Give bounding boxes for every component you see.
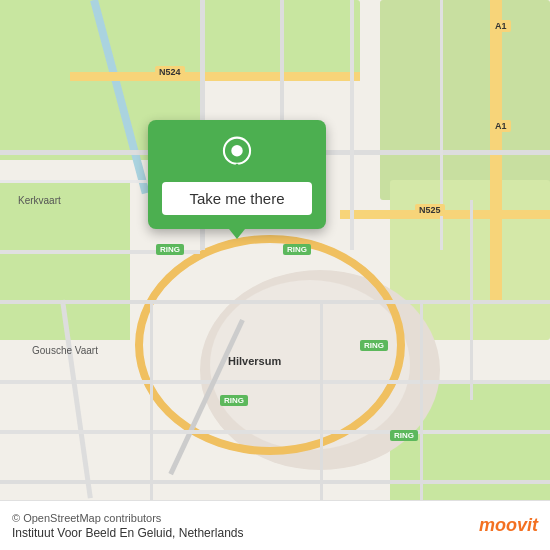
svg-point-1 [231, 145, 242, 156]
road-label-a1-mid: A1 [491, 120, 511, 132]
ring-label-5: RING [220, 395, 248, 406]
map-container: N524 N525 A1 A1 RING RING RING RING RING… [0, 0, 550, 550]
moovit-logo-text: moovit [479, 515, 538, 536]
take-me-there-button[interactable]: Take me there [162, 182, 312, 215]
map-label-kerkvaart: Kerkvaart [18, 195, 61, 206]
ring-label-4: RING [390, 430, 418, 441]
road-label-n525: N525 [415, 204, 445, 216]
ring-label-3: RING [360, 340, 388, 351]
moovit-logo: moovit [479, 515, 538, 536]
road-label-n524: N524 [155, 66, 185, 78]
ring-label-1: RING [156, 244, 184, 255]
map-label-gousche: Gousche Vaart [32, 345, 98, 356]
bottom-bar: © OpenStreetMap contributors Instituut V… [0, 500, 550, 550]
map-pin-icon [219, 136, 255, 172]
road-label-a1-top: A1 [491, 20, 511, 32]
location-tooltip: Take me there [148, 120, 326, 229]
location-name: Instituut Voor Beeld En Geluid, Netherla… [12, 526, 243, 540]
map-attribution: © OpenStreetMap contributors [12, 512, 243, 524]
map-background: N524 N525 A1 A1 RING RING RING RING RING… [0, 0, 550, 550]
ring-label-2: RING [283, 244, 311, 255]
map-label-hilversum: Hilversum [228, 355, 281, 367]
